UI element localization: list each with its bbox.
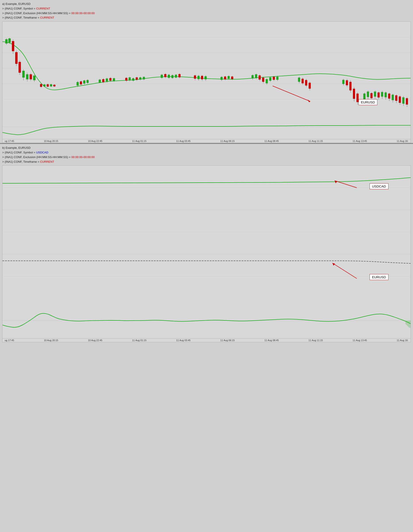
svg-rect-25 [40, 84, 42, 87]
svg-rect-137 [381, 92, 383, 96]
svg-rect-29 [47, 84, 49, 86]
svg-rect-51 [113, 78, 115, 81]
svg-rect-113 [305, 80, 307, 86]
svg-rect-97 [259, 76, 261, 79]
chart-a-container: EURUSD ug 17:45 10 Aug 20:15 10 Aug 22:4… [2, 21, 411, 143]
svg-rect-143 [392, 95, 394, 100]
svg-rect-81 [201, 76, 203, 79]
svg-rect-129 [367, 92, 369, 97]
svg-rect-115 [309, 83, 311, 89]
svg-rect-89 [228, 76, 230, 79]
svg-rect-47 [106, 79, 108, 81]
svg-rect-131 [371, 93, 373, 98]
chart-a-main-svg [2, 22, 411, 115]
section-b-config-0: > (INA1) CONF, Symbol = USDCAD [2, 150, 411, 155]
svg-rect-117 [342, 80, 344, 84]
svg-rect-121 [349, 82, 351, 90]
svg-rect-111 [302, 79, 304, 83]
svg-rect-147 [399, 96, 401, 103]
svg-rect-55 [129, 77, 131, 80]
svg-rect-133 [374, 92, 376, 96]
svg-rect-141 [388, 94, 390, 98]
svg-rect-95 [255, 74, 257, 78]
svg-rect-17 [22, 71, 25, 77]
svg-rect-135 [378, 93, 380, 97]
svg-rect-107 [276, 77, 278, 80]
svg-rect-145 [395, 95, 397, 101]
svg-rect-31 [50, 84, 52, 86]
svg-rect-49 [109, 78, 111, 81]
section-b: b) Example, EURUSD > (INA1) CONF, Symbol… [0, 144, 413, 342]
svg-rect-41 [86, 80, 89, 83]
chart-b-main: USDCAD EURUSD [2, 166, 411, 303]
chart-b-main-svg [2, 166, 411, 303]
chart-b-eurusd-label: EURUSD [370, 274, 388, 280]
svg-rect-59 [136, 77, 138, 80]
svg-rect-105 [273, 77, 275, 80]
svg-rect-15 [19, 62, 21, 73]
section-a-config-0: > (INA1) CONF, Symbol = CURRENT [2, 6, 411, 11]
chart-b-sub [2, 303, 411, 338]
svg-rect-69 [168, 75, 170, 78]
svg-rect-75 [179, 74, 181, 77]
svg-rect-33 [53, 85, 55, 86]
section-a-info: a) Example, EURUSD > (INA1) CONF, Symbol… [2, 2, 411, 20]
svg-rect-37 [80, 81, 82, 84]
chart-b-time-axis: ug 17:45 10 Aug 20:15 10 Aug 22:45 11 Au… [2, 338, 411, 342]
svg-rect-123 [353, 89, 355, 99]
section-b-title: b) Example, EURUSD [2, 146, 411, 150]
svg-rect-99 [262, 78, 264, 82]
chart-b-sub-svg [2, 303, 411, 338]
svg-rect-87 [224, 76, 226, 79]
svg-rect-139 [385, 93, 387, 97]
section-b-config-2: > (INA1) CONF, Timeframe = CURRENT [2, 160, 411, 164]
chart-b-container: USDCAD EURUSD ug 17:45 10 Aug 20:15 [2, 165, 411, 342]
chart-b-usdcad-label: USDCAD [370, 183, 388, 189]
svg-rect-79 [198, 76, 200, 79]
svg-rect-27 [43, 85, 45, 86]
chart-a-sub [2, 115, 411, 139]
section-a-config-1: > (INA1) CONF, Exclusion (HH:MM:SS-HH:MM… [2, 11, 411, 16]
svg-rect-39 [83, 81, 85, 84]
svg-rect-85 [221, 77, 222, 80]
svg-rect-7 [5, 39, 8, 43]
svg-rect-109 [298, 78, 300, 82]
svg-rect-19 [26, 74, 28, 79]
svg-rect-9 [9, 38, 11, 43]
svg-rect-151 [406, 98, 408, 104]
svg-rect-45 [102, 79, 104, 82]
chart-a-eurusd-label: EURUSD [358, 99, 377, 105]
svg-rect-57 [132, 78, 134, 81]
svg-rect-21 [30, 74, 32, 79]
svg-rect-67 [164, 74, 166, 77]
section-a: a) Example, EURUSD > (INA1) CONF, Symbol… [0, 0, 413, 143]
svg-rect-53 [125, 78, 127, 81]
section-b-config-1: > (INA1) CONF, Exclusion (HH:MM:SS-HH:MM… [2, 155, 411, 160]
svg-rect-61 [139, 77, 141, 79]
svg-rect-73 [175, 75, 177, 77]
svg-rect-77 [194, 76, 196, 79]
svg-rect-63 [143, 77, 145, 79]
svg-rect-23 [33, 76, 35, 80]
svg-rect-13 [15, 52, 18, 64]
svg-rect-35 [77, 82, 79, 86]
chart-a-sub-svg [2, 115, 411, 139]
svg-rect-125 [356, 94, 358, 102]
svg-rect-127 [363, 94, 365, 99]
svg-rect-101 [266, 79, 268, 83]
svg-rect-71 [171, 75, 173, 78]
svg-rect-43 [99, 80, 101, 82]
svg-rect-91 [231, 76, 233, 79]
chart-a-main: EURUSD [2, 22, 411, 115]
svg-rect-149 [402, 97, 404, 104]
svg-rect-11 [12, 41, 14, 51]
section-a-title: a) Example, EURUSD [2, 2, 411, 6]
section-a-config-2: > (INA1) CONF, Timeframe = CURRENT [2, 16, 411, 20]
svg-rect-83 [205, 76, 207, 79]
svg-rect-119 [346, 80, 348, 85]
svg-rect-103 [269, 77, 271, 81]
section-b-info: b) Example, EURUSD > (INA1) CONF, Symbol… [2, 146, 411, 164]
chart-a-time-axis: ug 17:45 10 Aug 20:15 10 Aug 22:45 11 Au… [2, 139, 411, 143]
svg-rect-93 [251, 75, 254, 78]
svg-rect-65 [161, 75, 163, 78]
